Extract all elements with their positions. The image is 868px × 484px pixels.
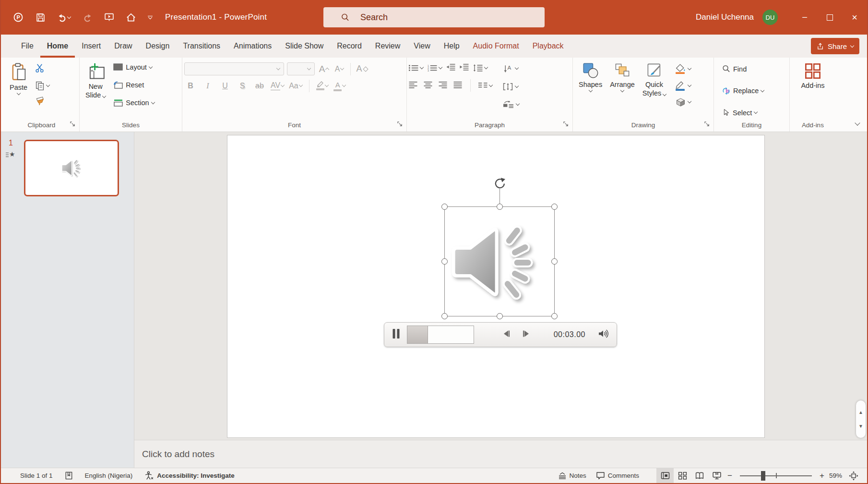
share-dropdown-icon[interactable] <box>850 43 854 47</box>
arrange-dropdown-icon[interactable] <box>620 88 624 92</box>
slide-indicator[interactable]: Slide 1 of 1 <box>15 468 58 483</box>
tab-record[interactable]: Record <box>330 35 369 58</box>
increase-indent-button[interactable] <box>460 63 469 73</box>
shapes-dropdown-icon[interactable] <box>588 88 592 92</box>
tab-draw[interactable]: Draw <box>107 35 139 58</box>
align-text-button[interactable] <box>501 82 521 92</box>
numbering-button[interactable]: 123 <box>428 64 442 72</box>
redo-button[interactable] <box>82 12 93 22</box>
new-slide-dropdown-icon[interactable] <box>102 94 106 98</box>
font-name-combo[interactable] <box>184 62 284 75</box>
bullets-button[interactable] <box>409 64 423 72</box>
user-name[interactable]: Daniel Uchenna <box>696 12 754 22</box>
tab-audio-format[interactable]: Audio Format <box>466 35 526 58</box>
pause-button[interactable] <box>392 328 400 341</box>
customize-qat-icon[interactable] <box>148 16 153 19</box>
powerpoint-logo-icon[interactable]: P <box>12 12 24 23</box>
paste-button[interactable]: Paste <box>6 61 31 96</box>
cut-button[interactable] <box>35 63 49 74</box>
decrease-font-size-button[interactable]: A <box>333 62 345 75</box>
text-direction-button[interactable]: A <box>501 63 521 73</box>
language-button[interactable]: English (Nigeria) <box>80 468 138 483</box>
tab-animations[interactable]: Animations <box>227 35 278 58</box>
rotate-handle-icon[interactable] <box>493 177 506 192</box>
copy-button[interactable] <box>35 81 49 90</box>
undo-button[interactable] <box>57 12 71 22</box>
clear-formatting-button[interactable]: A <box>356 62 368 75</box>
search-input[interactable]: Search <box>323 7 545 27</box>
resize-handle-top-left[interactable] <box>441 204 448 210</box>
text-highlight-button[interactable] <box>316 79 329 92</box>
avatar[interactable]: DU <box>762 10 778 25</box>
slide-sorter-view-button[interactable] <box>674 468 691 483</box>
spellcheck-button[interactable] <box>59 468 78 483</box>
quick-styles-button[interactable]: Quick Styles <box>639 61 670 98</box>
save-icon[interactable] <box>36 12 46 23</box>
tab-transitions[interactable]: Transitions <box>176 35 227 58</box>
normal-view-button[interactable] <box>656 468 674 483</box>
move-back-button[interactable] <box>502 329 511 340</box>
change-case-button[interactable]: Aa <box>289 79 302 92</box>
speaker-icon[interactable] <box>448 213 543 311</box>
drawing-dialog-launcher-icon[interactable] <box>704 121 710 128</box>
copy-dropdown-icon[interactable] <box>46 83 50 86</box>
align-text-dropdown-icon[interactable] <box>515 84 519 87</box>
align-left-button[interactable] <box>409 81 418 90</box>
section-dropdown-icon[interactable] <box>151 100 155 104</box>
text-direction-dropdown-icon[interactable] <box>515 66 519 70</box>
zoom-in-button[interactable]: + <box>818 471 826 481</box>
paste-dropdown-icon[interactable] <box>16 91 20 95</box>
align-center-button[interactable] <box>424 81 433 90</box>
resize-handle-middle-left[interactable] <box>441 258 448 265</box>
resize-handle-bottom-left[interactable] <box>441 313 448 319</box>
section-button[interactable]: Section <box>111 98 156 108</box>
slide-canvas[interactable]: 00:03.00 <box>227 135 765 438</box>
layout-dropdown-icon[interactable] <box>149 64 153 68</box>
font-size-combo[interactable] <box>287 62 315 75</box>
fit-slide-to-window-button[interactable] <box>845 468 862 483</box>
tab-home[interactable]: Home <box>40 35 75 58</box>
move-forward-button[interactable] <box>521 329 531 340</box>
tab-slide-show[interactable]: Slide Show <box>278 35 330 58</box>
columns-button[interactable] <box>478 82 492 89</box>
quick-styles-dropdown-icon[interactable] <box>663 92 666 96</box>
line-spacing-button[interactable] <box>473 64 488 72</box>
scroll-down-icon[interactable]: ▼ <box>858 424 863 429</box>
vertical-scrollbar[interactable]: ▲ ▼ <box>856 400 866 438</box>
shape-outline-dropdown-icon[interactable] <box>688 83 691 86</box>
shapes-button[interactable]: Shapes <box>575 61 606 93</box>
align-right-button[interactable] <box>439 81 448 90</box>
shape-effects-button[interactable] <box>673 96 693 108</box>
tab-view[interactable]: View <box>407 35 437 58</box>
audio-selection-box[interactable] <box>444 206 555 316</box>
minimize-button[interactable]: − <box>792 0 817 35</box>
slideshow-view-button[interactable] <box>708 468 725 483</box>
resize-handle-middle-right[interactable] <box>551 258 558 265</box>
find-button[interactable]: Find <box>720 63 749 74</box>
tab-design[interactable]: Design <box>139 35 177 58</box>
tab-playback[interactable]: Playback <box>526 35 571 58</box>
font-color-button[interactable]: A <box>333 79 346 92</box>
select-button[interactable]: Select <box>720 107 759 118</box>
font-dialog-launcher-icon[interactable] <box>397 121 403 128</box>
slide-1-thumbnail[interactable] <box>24 140 119 196</box>
new-slide-button[interactable]: New Slide <box>82 61 109 100</box>
tab-review[interactable]: Review <box>369 35 407 58</box>
underline-button[interactable]: U <box>219 79 231 92</box>
decrease-indent-button[interactable] <box>446 63 455 73</box>
character-spacing-button[interactable]: AV <box>271 79 284 92</box>
format-painter-button[interactable] <box>35 97 49 108</box>
home-icon[interactable] <box>126 12 136 22</box>
shape-fill-button[interactable] <box>673 62 693 75</box>
accessibility-button[interactable]: Accessibility: Investigate <box>139 468 239 483</box>
bold-button[interactable]: B <box>184 79 197 92</box>
share-button[interactable]: Share <box>811 38 859 54</box>
scroll-up-icon[interactable]: ▲ <box>858 410 863 415</box>
tab-file[interactable]: File <box>14 35 40 58</box>
layout-button[interactable]: Layout <box>111 62 156 72</box>
addins-button[interactable]: Add-ins <box>797 61 828 91</box>
resize-handle-bottom-center[interactable] <box>497 313 503 319</box>
mute-volume-button[interactable] <box>598 329 609 340</box>
arrange-button[interactable]: Arrange <box>606 61 639 93</box>
tab-help[interactable]: Help <box>437 35 466 58</box>
